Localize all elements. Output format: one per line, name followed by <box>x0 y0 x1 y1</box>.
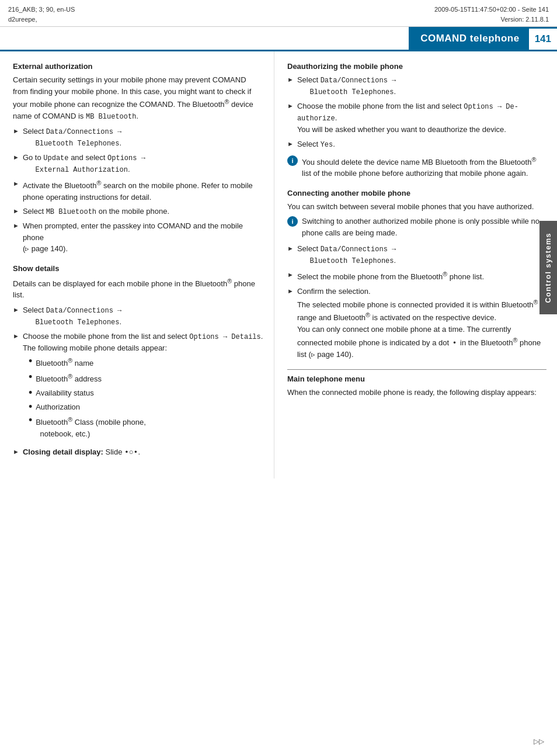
list-item: ► Select MB Bluetooth on the mobile phon… <box>13 206 263 217</box>
arrow-icon: ► <box>13 179 19 189</box>
connecting-info-box: i Switching to another authorized mobile… <box>287 216 546 238</box>
bullet-text: When prompted, enter the passkey into CO… <box>23 220 263 255</box>
show-details-bullets: ► Select Data/Connections → Bluetooth Te… <box>13 304 263 442</box>
dot-icon: • <box>29 387 32 398</box>
list-item: •Authorization <box>29 401 263 413</box>
connecting-intro: You can switch between several mobile ph… <box>287 201 546 213</box>
left-column: External authorization Certain security … <box>0 51 274 478</box>
main-menu-intro: When the connected mobile phone is ready… <box>287 387 546 398</box>
body-wrapper: External authorization Certain security … <box>0 51 557 478</box>
list-item: ► Closing detail display: Slide •○•. <box>13 446 263 459</box>
arrow-icon: ► <box>13 331 19 341</box>
bullet-text: Select Data/Connections → Bluetooth Tele… <box>297 243 396 266</box>
list-item: ► Choose the mobile phone from the list … <box>13 331 263 442</box>
sub-bullet-text: Availability status <box>36 387 93 399</box>
bullet-text: Select Data/Connections → Bluetooth Tele… <box>297 74 396 98</box>
list-item: ► Select Data/Connections → Bluetooth Te… <box>287 243 546 266</box>
bullet-text: Closing detail display: Slide •○•. <box>23 446 140 459</box>
deauth-bullets: ► Select Data/Connections → Bluetooth Te… <box>287 74 546 150</box>
closing-bullet-list: ► Closing detail display: Slide •○•. <box>13 446 263 459</box>
bullet-text: Select Data/Connections → Bluetooth Tele… <box>23 304 121 328</box>
section-heading-main-menu: Main telephone menu <box>287 374 546 383</box>
header-version: Version: 2.11.8.1 <box>434 15 549 25</box>
list-item: ► Choose the mobile phone from the list … <box>287 100 546 136</box>
arrow-icon: ► <box>13 221 19 231</box>
list-item: ► When prompted, enter the passkey into … <box>13 220 263 255</box>
section-deauthorizing: Deauthorizing the mobile phone ► Select … <box>287 62 546 179</box>
dot-icon: • <box>29 372 32 382</box>
sub-bullet-text: Bluetooth® name <box>36 356 93 369</box>
list-item: •Availability status <box>29 387 263 399</box>
side-tab-label: Control systems <box>544 233 552 303</box>
columns-wrapper: External authorization Certain security … <box>0 51 557 478</box>
list-item: •Bluetooth® address <box>29 372 263 385</box>
title-bar: COMAND telephone 141 <box>0 27 557 51</box>
section-main-telephone-menu: Main telephone menu When the connected m… <box>287 374 546 398</box>
bullet-text: Choose the mobile phone from the list an… <box>297 100 546 136</box>
info-text: Switching to another authorized mobile p… <box>302 216 546 238</box>
header-left: 216_AKB; 3; 90, en-US d2ureepe, <box>8 5 75 24</box>
footer-symbol: ▷▷ <box>534 737 544 745</box>
arrow-icon: ► <box>287 75 294 85</box>
info-icon: i <box>287 155 298 166</box>
info-icon: i <box>287 216 298 227</box>
right-column: Deauthorizing the mobile phone ► Select … <box>274 51 557 478</box>
header-line1: 216_AKB; 3; 90, en-US <box>8 5 75 15</box>
list-item: ► Select Data/Connections → Bluetooth Te… <box>13 126 263 149</box>
bullet-text: Activate the Bluetooth® search on the mo… <box>23 178 263 203</box>
bullet-text: Select Yes. <box>297 138 335 150</box>
bullet-text: Select the mobile phone from the Bluetoo… <box>297 269 484 283</box>
arrow-icon: ► <box>287 270 294 280</box>
arrow-icon: ► <box>287 139 294 149</box>
arrow-icon: ► <box>287 244 294 254</box>
bullet-text: Confirm the selection. The selected mobi… <box>297 286 546 360</box>
show-details-intro: Details can be displayed for each mobile… <box>13 276 263 301</box>
sub-bullet-text: Bluetooth® address <box>36 372 102 385</box>
dot-icon: • <box>29 415 32 425</box>
bullet-text: Select Data/Connections → Bluetooth Tele… <box>23 126 121 149</box>
section-heading-deauthorizing: Deauthorizing the mobile phone <box>287 62 546 71</box>
section-heading-connecting: Connecting another mobile phone <box>287 189 546 197</box>
arrow-icon: ► <box>287 286 294 296</box>
arrow-icon: ► <box>13 206 19 216</box>
arrow-icon: ► <box>13 126 19 136</box>
details-subbullets: •Bluetooth® name •Bluetooth® address •Av… <box>29 356 263 439</box>
section-heading-external-auth: External authorization <box>13 62 263 71</box>
bullet-text: Go to Update and select Options → Extern… <box>23 152 145 175</box>
page-wrapper: 216_AKB; 3; 90, en-US d2ureepe, 2009-05-… <box>0 0 557 756</box>
arrow-icon: ► <box>13 447 19 457</box>
dot-icon: • <box>29 401 32 412</box>
sub-bullet-text: Authorization <box>36 401 80 413</box>
list-item: ► Go to Update and select Options → Exte… <box>13 152 263 175</box>
section-heading-show-details: Show details <box>13 264 263 273</box>
header-right: 2009-05-15T11:47:50+02:00 - Seite 141 Ve… <box>434 5 549 24</box>
info-text: You should delete the device name MB Blu… <box>302 155 546 179</box>
list-item: •Bluetooth® name <box>29 356 263 369</box>
dot-icon: • <box>29 356 32 366</box>
section-connecting-another: Connecting another mobile phone You can … <box>287 189 546 360</box>
bullet-text: Choose the mobile phone from the list an… <box>23 331 263 442</box>
list-item: •Bluetooth® Class (mobile phone, noteboo… <box>29 415 263 439</box>
page-number: 141 <box>528 27 557 50</box>
bold-label: Closing detail display: <box>23 448 103 456</box>
deauth-info-box: i You should delete the device name MB B… <box>287 155 546 179</box>
list-item: ► Select Yes. <box>287 138 546 150</box>
connecting-bullets: ► Select Data/Connections → Bluetooth Te… <box>287 243 546 360</box>
list-item: ► Select Data/Connections → Bluetooth Te… <box>13 304 263 328</box>
section-divider <box>287 369 546 370</box>
external-auth-bullets: ► Select Data/Connections → Bluetooth Te… <box>13 126 263 255</box>
section-show-details: Show details Details can be displayed fo… <box>13 264 263 459</box>
list-item: ► Select the mobile phone from the Bluet… <box>287 269 546 283</box>
external-auth-intro: Certain security settings in your mobile… <box>13 74 263 122</box>
chapter-title: COMAND telephone <box>409 27 528 50</box>
page-header: 216_AKB; 3; 90, en-US d2ureepe, 2009-05-… <box>0 0 557 27</box>
section-external-authorization: External authorization Certain security … <box>13 62 263 255</box>
list-item: ► Select Data/Connections → Bluetooth Te… <box>287 74 546 98</box>
arrow-icon: ► <box>13 152 19 162</box>
side-tab: Control systems <box>539 221 557 314</box>
arrow-icon: ► <box>13 305 19 315</box>
page-footer: ▷▷ <box>534 737 544 745</box>
header-date: 2009-05-15T11:47:50+02:00 - Seite 141 <box>434 5 549 15</box>
list-item: ► Activate the Bluetooth® search on the … <box>13 178 263 203</box>
list-item: ► Confirm the selection. The selected mo… <box>287 286 546 360</box>
